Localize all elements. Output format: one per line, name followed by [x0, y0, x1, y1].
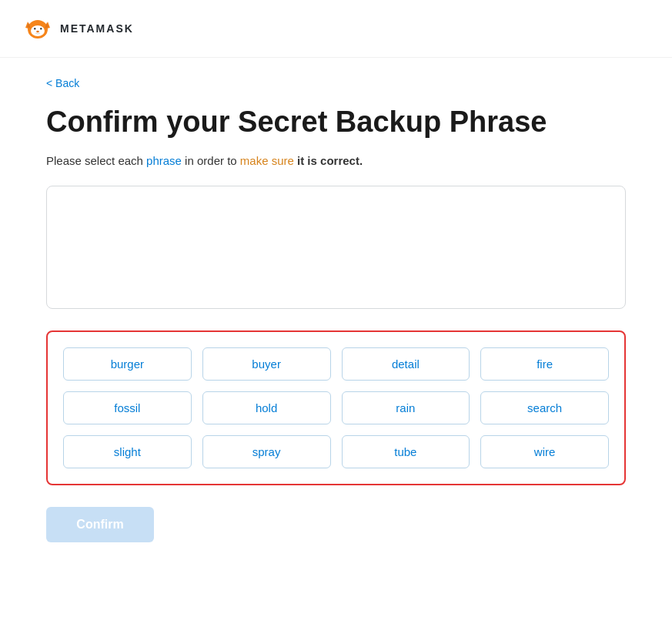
- logo-text: METAMASK: [60, 22, 134, 35]
- svg-point-9: [40, 28, 42, 30]
- main-content: < Back Confirm your Secret Backup Phrase…: [0, 58, 672, 573]
- word-choice-btn[interactable]: slight: [63, 435, 192, 468]
- subtitle-phrase: phrase: [146, 154, 182, 167]
- app-header: METAMASK: [0, 0, 672, 58]
- word-choice-btn[interactable]: fire: [480, 347, 609, 381]
- word-choice-btn[interactable]: detail: [342, 347, 470, 381]
- subtitle-middle: in order to: [182, 154, 240, 167]
- word-choice-btn[interactable]: search: [480, 391, 609, 424]
- word-choice-btn[interactable]: wire: [480, 435, 609, 468]
- word-choice-btn[interactable]: rain: [342, 391, 470, 424]
- metamask-logo-icon: [23, 14, 52, 43]
- word-choice-btn[interactable]: tube: [342, 435, 470, 468]
- svg-point-10: [36, 31, 39, 32]
- word-choices-container: burgerbuyerdetailfirefossilholdrainsearc…: [46, 330, 626, 485]
- phrase-display-box: [46, 186, 626, 309]
- word-choice-btn[interactable]: fossil: [63, 391, 192, 424]
- word-choice-btn[interactable]: spray: [202, 435, 331, 468]
- subtitle-after: it is correct.: [294, 154, 363, 167]
- svg-point-8: [34, 28, 35, 30]
- confirm-button[interactable]: Confirm: [46, 507, 154, 542]
- word-choice-btn[interactable]: burger: [63, 347, 192, 381]
- subtitle: Please select each phrase in order to ma…: [46, 154, 626, 167]
- subtitle-before: Please select each: [46, 154, 146, 167]
- subtitle-make-sure: make sure: [240, 154, 294, 167]
- back-link[interactable]: < Back: [46, 77, 79, 89]
- word-choice-btn[interactable]: hold: [202, 391, 331, 424]
- word-choice-btn[interactable]: buyer: [202, 347, 331, 381]
- page-title: Confirm your Secret Backup Phrase: [46, 105, 626, 140]
